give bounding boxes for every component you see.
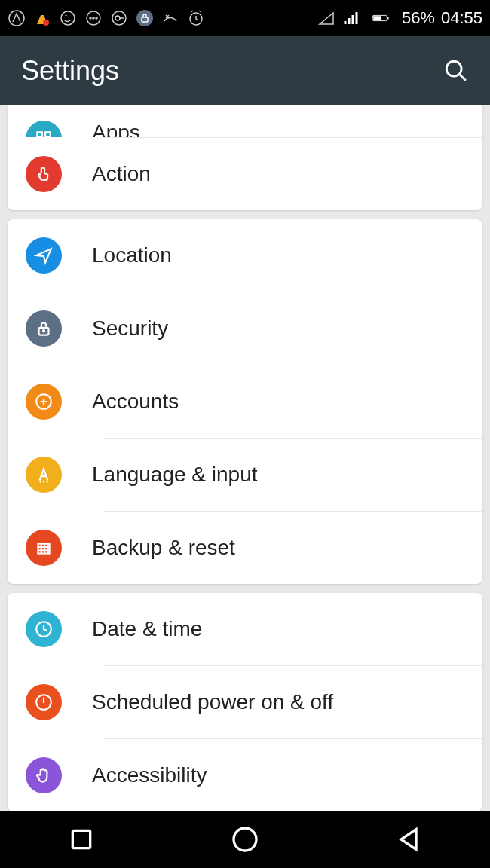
status-cleaner-icon bbox=[33, 9, 51, 27]
paper-plane-icon bbox=[26, 237, 62, 274]
hand-tap-icon bbox=[26, 156, 62, 192]
svg-point-15 bbox=[446, 61, 461, 76]
svg-point-2 bbox=[61, 11, 75, 25]
settings-item-label: Apps bbox=[92, 121, 140, 137]
settings-list: Apps Action Location bbox=[0, 105, 490, 811]
app-bar: Settings bbox=[0, 36, 490, 105]
status-clock: 04:55 bbox=[441, 8, 482, 28]
svg-point-30 bbox=[234, 828, 256, 851]
status-whatsapp-icon bbox=[59, 9, 77, 27]
svg-point-7 bbox=[112, 11, 126, 25]
settings-item-backup[interactable]: Backup & reset bbox=[8, 512, 482, 584]
settings-item-label: Date & time bbox=[92, 617, 202, 641]
plus-circle-icon bbox=[26, 384, 62, 420]
status-missed-call-icon bbox=[161, 9, 179, 27]
settings-item-datetime[interactable]: Date & time bbox=[8, 593, 482, 665]
nav-recent-button[interactable] bbox=[66, 824, 96, 854]
svg-point-1 bbox=[43, 20, 49, 26]
page-title: Settings bbox=[21, 55, 443, 87]
svg-point-21 bbox=[43, 330, 44, 332]
clock-icon bbox=[26, 611, 62, 647]
status-alarm-icon bbox=[187, 9, 205, 27]
svg-rect-14 bbox=[373, 17, 381, 20]
search-button[interactable] bbox=[443, 58, 469, 84]
status-signal-bars-icon bbox=[341, 9, 360, 27]
circle-icon bbox=[230, 824, 260, 854]
search-icon bbox=[443, 58, 469, 84]
svg-point-23 bbox=[40, 481, 41, 483]
status-battery-pct: 56% bbox=[402, 8, 435, 28]
status-battery-icon bbox=[366, 9, 396, 27]
svg-point-24 bbox=[43, 481, 44, 483]
power-icon bbox=[26, 684, 62, 720]
svg-point-8 bbox=[115, 16, 120, 20]
settings-item-label: Language & input bbox=[92, 463, 258, 487]
triangle-back-icon bbox=[394, 824, 424, 854]
settings-group: Apps Action bbox=[8, 105, 482, 210]
lock-icon bbox=[26, 310, 62, 347]
nav-bar bbox=[0, 811, 490, 868]
settings-group: Location Security Accounts bbox=[8, 219, 482, 584]
nav-back-button[interactable] bbox=[394, 824, 424, 854]
settings-item-apps[interactable]: Apps bbox=[8, 105, 482, 137]
svg-rect-16 bbox=[37, 132, 42, 137]
svg-point-6 bbox=[96, 17, 97, 19]
status-signal-triangle-icon bbox=[317, 9, 335, 27]
svg-point-5 bbox=[93, 17, 94, 19]
settings-item-label: Security bbox=[92, 316, 168, 341]
status-lock-icon bbox=[136, 9, 154, 27]
settings-item-label: Action bbox=[92, 162, 151, 186]
settings-item-location[interactable]: Location bbox=[8, 219, 482, 292]
settings-item-label: Location bbox=[92, 243, 172, 267]
nav-home-button[interactable] bbox=[230, 824, 260, 854]
settings-item-accessibility[interactable]: Accessibility bbox=[8, 739, 482, 811]
svg-rect-17 bbox=[45, 132, 50, 137]
svg-rect-29 bbox=[73, 830, 90, 848]
square-icon bbox=[66, 824, 96, 854]
hand-icon bbox=[26, 757, 62, 793]
letter-a-icon bbox=[26, 457, 62, 493]
settings-item-label: Backup & reset bbox=[92, 536, 235, 560]
grid-icon bbox=[26, 530, 62, 566]
settings-item-schedpower[interactable]: Scheduled power on & off bbox=[8, 666, 482, 738]
svg-point-4 bbox=[90, 17, 91, 19]
svg-point-9 bbox=[136, 10, 153, 26]
status-bar: 56% 04:55 bbox=[0, 0, 490, 36]
settings-item-label: Accounts bbox=[92, 390, 179, 414]
svg-point-25 bbox=[46, 481, 47, 483]
settings-item-label: Accessibility bbox=[92, 763, 207, 787]
status-chat-icon bbox=[84, 9, 103, 27]
status-key-icon bbox=[110, 9, 128, 27]
svg-rect-13 bbox=[387, 17, 388, 19]
settings-item-accounts[interactable]: Accounts bbox=[8, 365, 482, 438]
apps-icon bbox=[26, 121, 62, 137]
settings-item-label: Scheduled power on & off bbox=[92, 690, 333, 714]
status-app-icon bbox=[8, 9, 26, 27]
settings-item-action[interactable]: Action bbox=[8, 138, 482, 210]
settings-item-security[interactable]: Security bbox=[8, 292, 482, 365]
settings-group: Date & time Scheduled power on & off Acc… bbox=[8, 593, 482, 811]
settings-item-language[interactable]: Language & input bbox=[8, 439, 482, 511]
